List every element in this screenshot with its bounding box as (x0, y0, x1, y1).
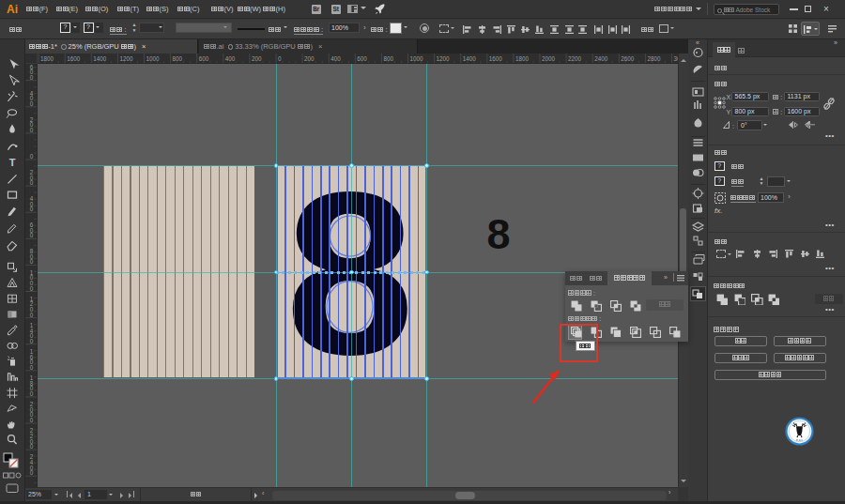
svg-text:0: 0 (30, 469, 34, 476)
svg-text:0: 0 (30, 417, 34, 423)
svg-text:1000: 1000 (410, 55, 424, 62)
svg-text:1000: 1000 (146, 55, 161, 62)
svg-text:1800: 1800 (515, 55, 530, 62)
svg-text:1200: 1200 (437, 55, 451, 62)
svg-text:800: 800 (383, 55, 393, 62)
svg-text:0: 0 (30, 153, 34, 160)
svg-text:1200: 1200 (119, 55, 133, 62)
svg-text:400: 400 (330, 55, 341, 62)
svg-text:600: 600 (357, 55, 367, 62)
svg-text:1800: 1800 (40, 55, 54, 62)
svg-text:1600: 1600 (489, 55, 503, 62)
svg-text:200: 200 (304, 55, 315, 62)
svg-text:2600: 2600 (621, 55, 635, 62)
svg-text:0: 0 (30, 390, 34, 397)
svg-text:0: 0 (30, 179, 34, 186)
svg-text:1600: 1600 (67, 55, 81, 62)
svg-text:n a c: n a c (796, 438, 803, 442)
svg-text:0: 0 (30, 364, 34, 371)
svg-text:0: 0 (30, 285, 34, 292)
svg-text:2200: 2200 (568, 55, 582, 62)
svg-text:0: 0 (30, 206, 34, 212)
svg-text:1400: 1400 (463, 55, 477, 62)
svg-text:800: 800 (173, 55, 183, 62)
svg-text:200: 200 (252, 55, 262, 62)
svg-text:0: 0 (30, 232, 34, 238)
svg-text:8: 8 (487, 210, 511, 252)
svg-text:400: 400 (225, 55, 236, 62)
svg-text:0: 0 (30, 312, 34, 318)
svg-text:0: 0 (30, 74, 34, 81)
svg-text:2400: 2400 (594, 55, 608, 62)
svg-text:0: 0 (30, 443, 34, 450)
svg-text:1400: 1400 (93, 55, 107, 62)
svg-text:600: 600 (199, 55, 209, 62)
svg-text:2800: 2800 (647, 55, 661, 62)
svg-text:0: 0 (278, 55, 282, 62)
svg-text:0: 0 (30, 338, 34, 344)
svg-text:0: 0 (30, 100, 34, 107)
svg-text:0: 0 (30, 258, 34, 265)
svg-text:0: 0 (30, 127, 34, 133)
svg-text:2000: 2000 (542, 55, 556, 62)
svg-text:T: T (9, 157, 16, 168)
